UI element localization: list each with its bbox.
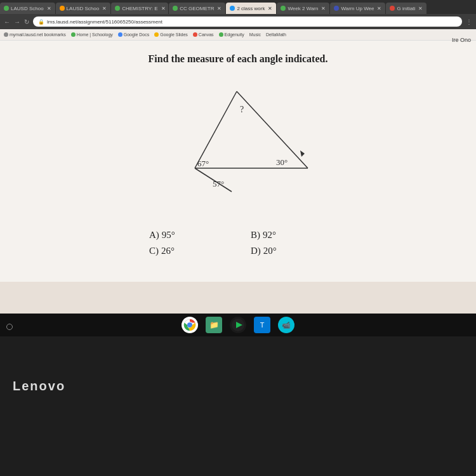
back-button[interactable]: ← [4, 18, 10, 25]
chrome-icon[interactable] [182, 317, 198, 333]
choice-c[interactable]: C) 26° [149, 246, 225, 256]
bookmark-edgenuity[interactable]: Edgenuity [219, 32, 244, 37]
forward-button[interactable]: → [14, 18, 20, 25]
svg-text:30°: 30° [276, 157, 288, 167]
tab-warmup[interactable]: Warm Up Wee ✕ [330, 3, 385, 14]
files-icon[interactable]: 📁 [206, 317, 222, 333]
user-name: Ire Ono [452, 37, 471, 43]
tab-bar: LAUSD Schoo ✕ LAUSD Schoo ✕ CHEMISTRY: E… [0, 0, 476, 14]
bookmark-docs[interactable]: Google Docs [118, 32, 149, 37]
tab-geometry[interactable]: CC GEOMETR ✕ [169, 3, 225, 14]
address-bar-row: ← → ↻ 🔒 lms.lausd.net/assignment/5116065… [0, 14, 476, 29]
tab-lausd-1[interactable]: LAUSD Schoo ✕ [0, 3, 55, 14]
svg-point-10 [187, 322, 192, 327]
svg-text:?: ? [240, 105, 244, 114]
tab-google[interactable]: G initiati ✕ [386, 3, 426, 14]
geometry-diagram: ? 67° 30° 57° [143, 77, 333, 217]
question-title: Find the measure of each angle indicated… [19, 53, 457, 65]
svg-text:57°: 57° [213, 179, 224, 188]
laptop-frame: LAUSD Schoo ✕ LAUSD Schoo ✕ CHEMISTRY: E… [0, 0, 476, 476]
play-icon[interactable] [230, 317, 246, 333]
bookmark-slides[interactable]: Google Slides [154, 32, 188, 37]
teams-icon[interactable]: T [254, 317, 270, 333]
bookmark-deltamath[interactable]: DeltaMath [266, 32, 286, 37]
reload-button[interactable]: ↻ [24, 18, 29, 25]
bookmarks-bar: mymail.lausd.net bookmarks Home | School… [0, 29, 476, 41]
address-bar[interactable]: 🔒 lms.lausd.net/assignment/5116065250/as… [33, 17, 462, 27]
bookmark-mymail[interactable]: mymail.lausd.net bookmarks [4, 32, 66, 37]
tab-week2[interactable]: Week 2 Warn ✕ [277, 3, 329, 14]
keyboard-area: Lenovo / ← → ↻ □ ⊟ ☀ 🔈 « ! @ # $ % ^ [0, 336, 476, 476]
tab-lausd-2[interactable]: LAUSD Schoo ✕ [56, 3, 111, 14]
profile-icon: ⋮ [466, 18, 472, 25]
answer-choices: A) 95° B) 92° C) 26° D) 20° [149, 230, 327, 256]
choice-b[interactable]: B) 92° [251, 230, 327, 241]
taskbar: 📁 T 📹 [0, 314, 476, 336]
taskbar-circle [6, 324, 13, 330]
svg-text:67°: 67° [197, 159, 209, 168]
choice-d[interactable]: D) 20° [251, 246, 327, 256]
lock-icon: 🔒 [38, 19, 44, 25]
camera-icon[interactable]: 📹 [278, 317, 294, 333]
bookmark-music[interactable]: Music [249, 32, 261, 37]
screen: LAUSD Schoo ✕ LAUSD Schoo ✕ CHEMISTRY: E… [0, 0, 476, 336]
bookmark-schoology[interactable]: Home | Schoology [71, 32, 113, 37]
page-content: Find the measure of each angle indicated… [0, 41, 476, 282]
bookmark-canvas[interactable]: Canvas [193, 32, 214, 37]
svg-marker-8 [300, 150, 305, 157]
svg-line-1 [237, 91, 308, 168]
choice-a[interactable]: A) 95° [149, 230, 225, 241]
svg-line-0 [195, 91, 237, 168]
tab-classwork[interactable]: 2 class work ✕ [226, 3, 276, 14]
lenovo-brand: Lenovo [13, 379, 65, 393]
tab-chemistry[interactable]: CHEMISTRY: E ✕ [111, 3, 168, 14]
